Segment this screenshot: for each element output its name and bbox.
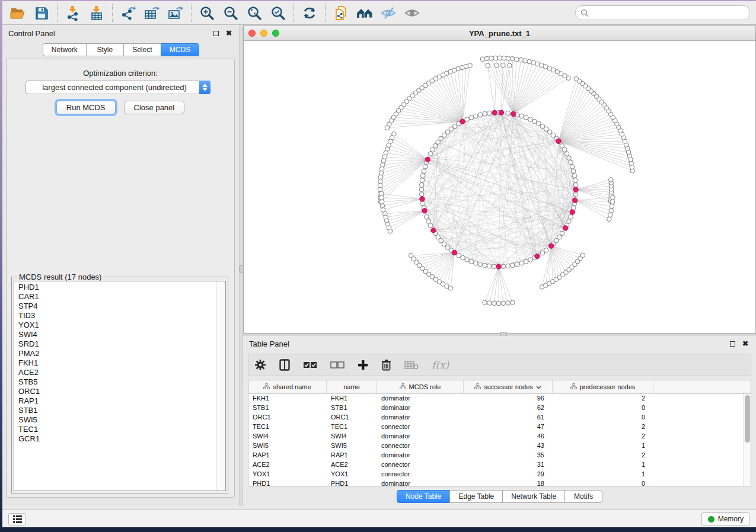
tab-style[interactable]: Style [86, 43, 124, 56]
tab-network[interactable]: Network [43, 43, 87, 56]
network-node[interactable] [572, 174, 577, 178]
network-node[interactable] [502, 56, 506, 60]
network-node[interactable] [515, 57, 519, 62]
network-node[interactable] [506, 264, 511, 268]
network-node[interactable] [567, 219, 572, 224]
table-scrollbar[interactable] [743, 393, 751, 486]
tab-node-table[interactable]: Node Table [397, 490, 451, 503]
column-header-predecessor-nodes[interactable]: predecessor nodes [553, 380, 653, 393]
save-session-icon[interactable] [30, 3, 53, 23]
network-node[interactable] [461, 255, 465, 260]
delete-table-icon[interactable] [404, 360, 419, 370]
network-node[interactable] [419, 187, 424, 192]
network-node[interactable] [465, 117, 470, 122]
network-node[interactable] [567, 156, 572, 161]
network-node[interactable] [610, 204, 614, 209]
network-node[interactable] [478, 262, 483, 267]
mcds-network-node[interactable] [556, 139, 561, 143]
network-node[interactable] [420, 174, 425, 178]
network-node[interactable] [448, 286, 453, 291]
table-row[interactable]: ORC1ORC1dominator610 [248, 412, 743, 422]
network-node[interactable] [515, 262, 519, 267]
network-node[interactable] [474, 261, 479, 265]
mcds-network-node[interactable] [535, 254, 540, 258]
mcds-network-node[interactable] [452, 250, 457, 255]
float-panel-button[interactable] [728, 339, 737, 348]
zoom-out-icon[interactable] [219, 3, 243, 23]
mcds-network-node[interactable] [499, 110, 503, 115]
list-scrollbar[interactable] [216, 281, 225, 491]
mcds-network-node[interactable] [549, 243, 554, 248]
network-node[interactable] [519, 57, 524, 62]
network-node[interactable] [496, 301, 501, 306]
first-neighbors-icon[interactable] [353, 3, 377, 23]
network-node[interactable] [511, 300, 515, 305]
mcds-result-item[interactable]: SWI5 [14, 415, 216, 425]
mcds-result-item[interactable]: TEC1 [14, 425, 216, 434]
network-canvas[interactable] [244, 41, 755, 333]
network-node[interactable] [573, 192, 578, 197]
network-node[interactable] [524, 259, 528, 264]
network-node[interactable] [611, 196, 615, 200]
network-node[interactable] [571, 169, 576, 174]
float-panel-button[interactable] [211, 29, 221, 37]
column-header-successor-nodes[interactable]: successor nodes [464, 380, 553, 393]
network-node[interactable] [510, 56, 515, 61]
tab-select[interactable]: Select [123, 43, 161, 56]
mcds-network-node[interactable] [563, 226, 567, 230]
network-node[interactable] [483, 263, 487, 268]
network-node[interactable] [469, 259, 474, 264]
network-node[interactable] [474, 114, 479, 118]
network-node[interactable] [506, 111, 511, 116]
table-row[interactable]: RAP1RAP1dominator352 [248, 450, 743, 460]
network-node[interactable] [420, 201, 425, 206]
network-node[interactable] [523, 59, 528, 63]
network-node[interactable] [492, 301, 496, 306]
network-node[interactable] [501, 264, 506, 269]
open-file-icon[interactable] [6, 3, 30, 23]
mcds-result-item[interactable]: SRD1 [14, 339, 216, 349]
table-scrollbar-thumb[interactable] [745, 395, 750, 443]
network-node[interactable] [487, 301, 492, 306]
network-node[interactable] [493, 56, 498, 60]
network-node[interactable] [580, 253, 585, 258]
network-node[interactable] [385, 126, 390, 130]
mcds-result-item[interactable]: STB1 [14, 406, 216, 415]
mcds-result-item[interactable]: PMA2 [14, 349, 216, 358]
mcds-network-node[interactable] [573, 187, 578, 192]
network-node[interactable] [511, 263, 515, 268]
delete-column-trash-icon[interactable] [381, 359, 391, 371]
network-node[interactable] [569, 160, 573, 165]
run-mcds-button[interactable]: Run MCDS [56, 101, 116, 114]
network-node[interactable] [457, 254, 461, 258]
network-node[interactable] [607, 217, 612, 222]
network-node[interactable] [560, 231, 564, 236]
select-all-rows-icon[interactable] [303, 361, 317, 368]
network-node[interactable] [483, 111, 487, 116]
network-node[interactable] [524, 116, 528, 120]
mcds-result-item[interactable]: SWI4 [14, 330, 216, 339]
network-node[interactable] [428, 223, 433, 228]
network-node[interactable] [381, 163, 385, 168]
mcds-result-item[interactable]: PHD1 [14, 283, 216, 292]
network-node[interactable] [527, 59, 532, 64]
close-panel-button[interactable]: ✖ [224, 29, 234, 37]
table-row[interactable]: TEC1TEC1connector472 [248, 422, 743, 431]
network-node[interactable] [506, 56, 511, 61]
show-all-icon[interactable] [400, 3, 424, 23]
network-node[interactable] [465, 258, 470, 262]
network-node[interactable] [537, 121, 541, 126]
export-image-icon[interactable] [164, 3, 187, 23]
mcds-network-node[interactable] [460, 119, 465, 124]
network-node[interactable] [419, 182, 424, 187]
network-node[interactable] [469, 116, 474, 120]
network-node[interactable] [478, 113, 483, 117]
network-node[interactable] [569, 214, 573, 219]
table-row[interactable]: PHD1PHD1dominator180 [248, 479, 743, 486]
network-node[interactable] [487, 264, 492, 268]
network-node[interactable] [573, 178, 578, 183]
network-node[interactable] [564, 152, 569, 156]
network-node[interactable] [492, 264, 496, 269]
refresh-view-icon[interactable] [298, 3, 321, 23]
mcds-network-node[interactable] [570, 210, 575, 214]
